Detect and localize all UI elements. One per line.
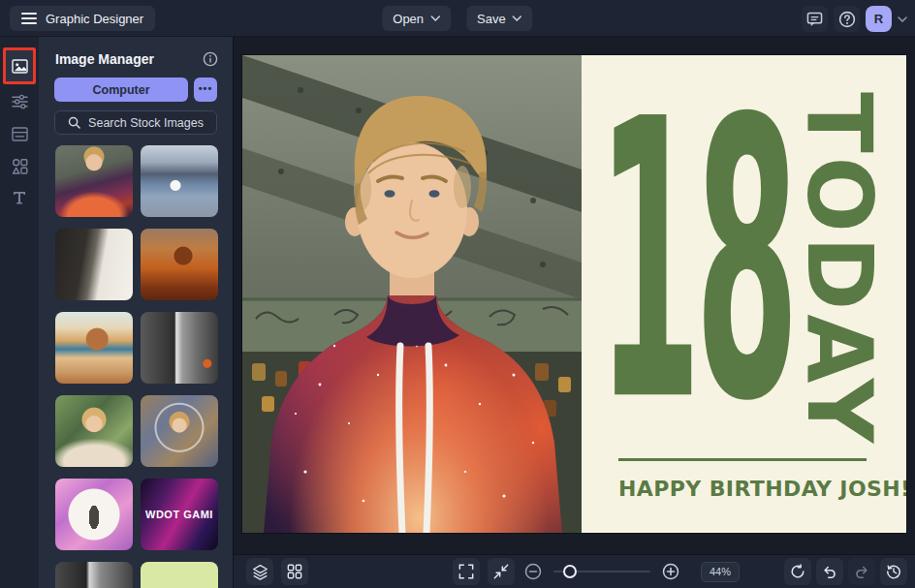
thumbnail-gaming-banner[interactable]: WDOT GAMI xyxy=(141,479,218,550)
rail-item-image-manager[interactable] xyxy=(0,46,39,85)
help-icon xyxy=(838,11,856,28)
comment-icon xyxy=(806,12,823,27)
open-button[interactable]: Open xyxy=(382,6,451,31)
thumbnail-desert-arch[interactable] xyxy=(141,229,218,300)
thumbnail-wedding-lake[interactable] xyxy=(141,145,218,217)
thumbnail-boy-galaxy-hoodie[interactable] xyxy=(55,145,133,217)
rail-item-text[interactable] xyxy=(0,182,39,213)
account-chevron-icon[interactable] xyxy=(898,16,907,22)
image-icon xyxy=(12,59,28,74)
history-icon xyxy=(886,564,901,579)
fullscreen-button[interactable] xyxy=(453,558,480,585)
help-button[interactable] xyxy=(834,6,860,32)
birthday-card-artboard[interactable]: 18 TODAY HAPPY BIRTHDAY JOSH! xyxy=(242,55,906,533)
search-stock-images-input[interactable]: Search Stock Images xyxy=(54,110,217,135)
feedback-button[interactable] xyxy=(802,6,828,32)
main-menu-button[interactable]: Graphic Designer xyxy=(10,6,155,31)
zoom-out-icon xyxy=(524,563,542,580)
rail-item-edit[interactable] xyxy=(0,86,39,117)
thumbnail-green-quote-card[interactable]: The savin xyxy=(141,562,218,588)
green-card-text: The savin xyxy=(141,562,218,588)
computer-source-button[interactable]: Computer xyxy=(54,77,188,102)
redo-button[interactable] xyxy=(848,558,875,585)
chevron-down-icon xyxy=(430,15,440,21)
bottom-toolbar: 44% xyxy=(234,554,915,588)
more-sources-button[interactable]: ••• xyxy=(194,77,217,102)
thumbnail-painted-arch[interactable] xyxy=(55,312,133,384)
thumbnail-bw-collage[interactable] xyxy=(141,312,218,384)
undo-button[interactable] xyxy=(816,558,843,585)
layout-icon xyxy=(12,127,28,141)
zoom-out-button[interactable] xyxy=(522,561,544,582)
layers-button[interactable] xyxy=(246,558,273,585)
chevron-down-icon xyxy=(513,15,522,21)
card-photo-boy[interactable] xyxy=(242,55,582,533)
birthday-message-text[interactable]: HAPPY BIRTHDAY JOSH! xyxy=(618,477,906,501)
refresh-icon xyxy=(790,564,805,579)
today-vertical-text[interactable]: TODAY xyxy=(794,92,883,447)
rail-item-templates[interactable] xyxy=(0,118,39,149)
design-canvas[interactable]: 18 TODAY HAPPY BIRTHDAY JOSH! xyxy=(234,37,915,554)
save-button[interactable]: Save xyxy=(466,6,533,31)
layers-icon xyxy=(252,564,268,580)
undo-icon xyxy=(822,564,837,579)
thumbnail-grid: WDOT GAMI The savin xyxy=(55,145,218,588)
account-avatar[interactable]: R xyxy=(866,6,892,32)
fullscreen-icon xyxy=(458,564,474,579)
card-text-panel[interactable]: 18 TODAY HAPPY BIRTHDAY JOSH! xyxy=(582,55,906,533)
pages-grid-button[interactable] xyxy=(281,558,308,585)
search-placeholder: Search Stock Images xyxy=(88,116,204,130)
zoom-in-button[interactable] xyxy=(660,561,681,582)
zoom-slider-knob[interactable] xyxy=(563,565,577,578)
grid-icon xyxy=(287,564,302,579)
shapes-icon xyxy=(12,158,28,174)
zoom-level-field[interactable]: 44% xyxy=(701,562,740,582)
fit-screen-icon xyxy=(493,564,509,579)
highlight-box xyxy=(3,47,36,84)
history-button[interactable] xyxy=(880,558,907,585)
rail-item-graphics[interactable] xyxy=(0,150,39,181)
zoom-slider[interactable] xyxy=(553,561,650,582)
panel-title: Image Manager xyxy=(55,51,154,67)
zoom-in-icon xyxy=(662,563,679,580)
search-icon xyxy=(68,116,80,129)
sliders-icon xyxy=(12,94,28,109)
hamburger-icon xyxy=(21,12,37,25)
thumbnail-woman-portrait[interactable] xyxy=(55,395,133,467)
fit-to-screen-button[interactable] xyxy=(488,558,515,585)
thumbnail-couple-hands[interactable] xyxy=(55,229,133,300)
text-icon xyxy=(12,190,27,205)
tool-rail xyxy=(0,37,39,588)
image-manager-panel: Image Manager Computer ••• Search Stock … xyxy=(39,37,234,588)
redo-icon xyxy=(854,564,869,579)
thumbnail-bw-wedding-collage[interactable] xyxy=(55,562,133,588)
top-bar: Graphic Designer Open Save xyxy=(0,0,915,37)
app-title: Graphic Designer xyxy=(46,12,143,26)
info-icon[interactable] xyxy=(203,51,218,67)
reset-button[interactable] xyxy=(784,558,811,585)
thumbnail-sketch-portrait[interactable] xyxy=(55,479,133,550)
card-divider-line[interactable] xyxy=(618,458,867,461)
gaming-banner-text: WDOT GAMI xyxy=(141,479,218,550)
thumbnail-woman-glass-circle[interactable] xyxy=(141,395,218,467)
age-number-text[interactable]: 18 xyxy=(597,88,793,434)
